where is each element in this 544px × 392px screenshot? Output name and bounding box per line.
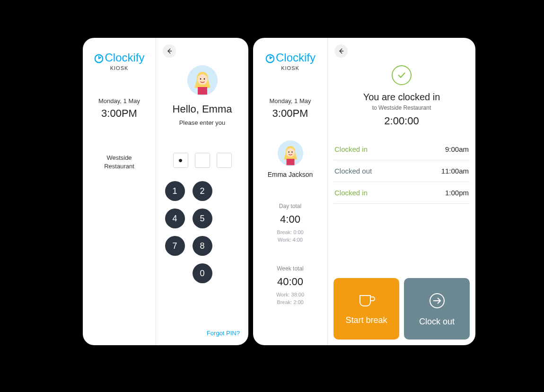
clockify-icon: [94, 53, 104, 64]
activity-log: Clocked in 9:00am Clocked out 11:00am Cl…: [333, 139, 470, 204]
back-button[interactable]: [163, 44, 176, 58]
day-total-value: 4:00: [280, 213, 300, 226]
pin-digit-2[interactable]: [195, 153, 210, 168]
pin-digit-3[interactable]: [217, 153, 232, 168]
current-time: 3:00PM: [272, 107, 308, 120]
log-row: Clocked in 1:00pm: [333, 182, 470, 204]
week-break-value: Break: 2:00: [277, 299, 303, 305]
svg-point-3: [197, 74, 208, 85]
kiosk-label: KIOSK: [281, 65, 299, 71]
key-0[interactable]: 0: [193, 263, 212, 283]
day-break-value: Break: 0:00: [277, 229, 303, 235]
keypad: 1 2 4 5 7 8 0: [165, 181, 240, 283]
arrow-left-icon: [166, 48, 173, 54]
pin-digit-1[interactable]: ●: [173, 153, 188, 168]
week-work-value: Work: 38:00: [276, 292, 304, 297]
svg-rect-12: [286, 159, 294, 166]
clockify-icon: [265, 53, 275, 64]
person-name: Emma Jackson: [268, 171, 313, 178]
avatar: [278, 140, 303, 166]
log-row: Clocked in 9:00am: [333, 139, 470, 160]
elapsed-time: 2:00:00: [333, 115, 470, 127]
clock-out-label: Clock out: [419, 317, 455, 327]
log-time: 9:00am: [445, 145, 469, 153]
kiosk-status-screen: Clockify KIOSK Monday, 1 May 3:00PM Emma…: [253, 38, 475, 345]
kiosk-label: KIOSK: [110, 65, 129, 71]
exit-icon: [428, 291, 447, 310]
log-label: Clocked in: [334, 189, 368, 197]
start-break-button[interactable]: Start break: [333, 278, 399, 340]
current-date: Monday, 1 May: [98, 97, 140, 105]
arrow-left-icon: [338, 48, 344, 54]
cup-icon: [357, 293, 376, 309]
key-1[interactable]: 1: [165, 181, 185, 201]
kiosk-pin-screen: Clockify KIOSK Monday, 1 May 3:00PM West…: [83, 38, 248, 345]
svg-point-4: [200, 78, 201, 80]
log-time: 1:00pm: [445, 189, 469, 197]
pin-input-row: ●: [173, 153, 232, 168]
svg-point-5: [203, 78, 205, 80]
svg-point-9: [286, 148, 295, 157]
greeting: Hello, Emma: [173, 103, 232, 115]
current-date: Monday, 1 May: [270, 97, 311, 105]
status-title: You are clocked in: [333, 92, 470, 103]
back-button[interactable]: [334, 44, 348, 58]
log-label: Clocked in: [334, 145, 368, 153]
logo: Clockify: [265, 51, 316, 64]
log-time: 11:00am: [441, 167, 469, 175]
start-break-label: Start break: [345, 315, 387, 325]
key-5[interactable]: 5: [193, 209, 212, 228]
day-work-value: Work: 4:00: [278, 237, 303, 243]
svg-point-10: [288, 151, 289, 152]
status-subtitle: to Westside Restaurant: [333, 105, 470, 111]
key-8[interactable]: 8: [193, 236, 212, 256]
forgot-pin-link[interactable]: Forgot PIN?: [207, 330, 240, 337]
avatar: [187, 65, 218, 96]
day-total-label: Day total: [279, 203, 301, 209]
check-icon: [392, 65, 412, 85]
key-7[interactable]: 7: [165, 236, 185, 256]
week-total-label: Week total: [277, 265, 303, 272]
location-name: Westside Restaurant: [96, 154, 143, 171]
week-total-value: 40:00: [277, 276, 303, 288]
svg-rect-6: [198, 87, 207, 95]
clock-out-button[interactable]: Clock out: [404, 278, 470, 340]
key-2[interactable]: 2: [193, 181, 212, 201]
key-4[interactable]: 4: [165, 209, 185, 228]
instruction-text: Please enter you: [179, 119, 226, 126]
log-label: Clocked out: [334, 167, 372, 175]
current-time: 3:00PM: [101, 107, 137, 120]
logo: Clockify: [94, 51, 144, 64]
svg-point-11: [291, 151, 292, 152]
log-row: Clocked out 11:00am: [333, 160, 470, 182]
